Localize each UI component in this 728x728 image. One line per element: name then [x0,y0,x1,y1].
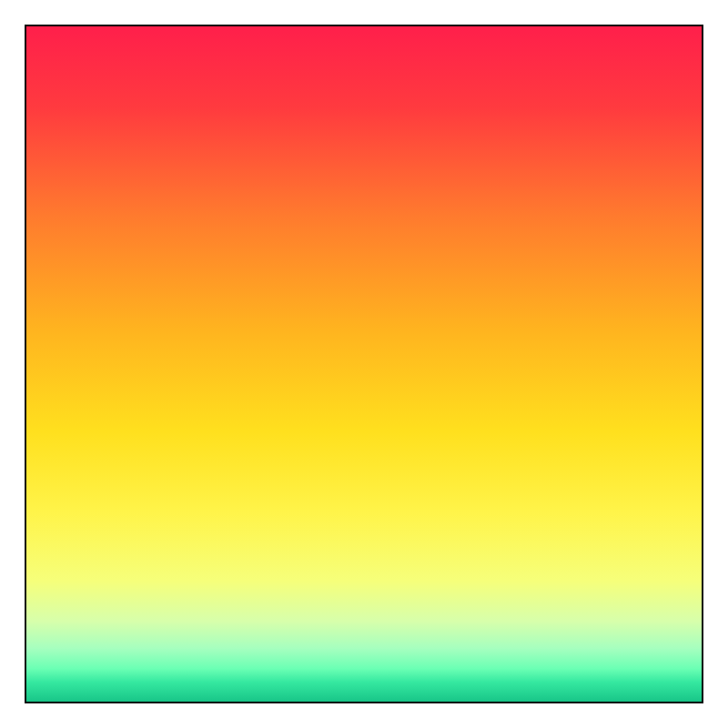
gradient-background [25,25,703,703]
chart-svg [0,0,728,728]
chart-container [0,0,728,728]
